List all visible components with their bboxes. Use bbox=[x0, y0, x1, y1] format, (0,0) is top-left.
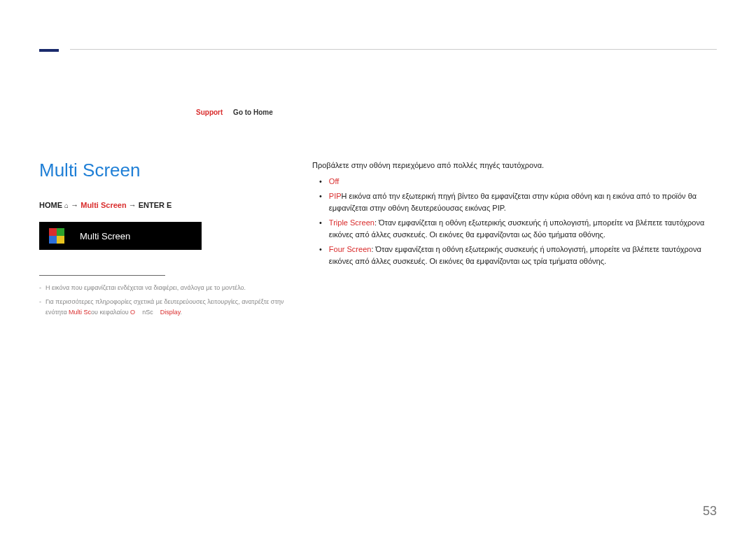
path-multi-screen: Multi Screen bbox=[80, 201, 126, 209]
menu-item-label: Multi Screen bbox=[80, 231, 130, 241]
footnote-divider bbox=[39, 275, 165, 276]
option-pip: PIPΗ εικόνα από την εξωτερική πηγή βίντε… bbox=[319, 190, 717, 214]
page-title: Multi Screen bbox=[39, 160, 298, 181]
option-off: Off bbox=[319, 176, 717, 188]
option-four: Four Screen: Όταν εμφανίζεται η οθόνη εξ… bbox=[319, 244, 717, 267]
page-number: 53 bbox=[703, 504, 717, 519]
path-arrow: → bbox=[71, 201, 78, 209]
path-enter: ENTER bbox=[139, 201, 164, 209]
footnote-2: - Για περισσότερες πληροφορίες σχετικά μ… bbox=[39, 297, 298, 317]
intro-text: Προβάλετε στην οθόνη περιεχόμενο από πολ… bbox=[312, 160, 717, 171]
multi-screen-icon bbox=[49, 228, 64, 244]
footnote-1: - Η εικόνα που εμφανίζεται ενδέχεται να … bbox=[39, 283, 298, 293]
nav-support[interactable]: Support bbox=[196, 108, 223, 116]
menu-item-multi-screen: Multi Screen bbox=[39, 222, 202, 250]
home-icon: ⌂ bbox=[64, 202, 69, 209]
path-home: HOME bbox=[39, 201, 62, 209]
enter-icon: E bbox=[167, 201, 172, 209]
option-triple: Triple Screen: Όταν εμφανίζεται η οθόνη … bbox=[319, 217, 717, 241]
header-divider bbox=[70, 49, 717, 50]
breadcrumb: Support Go to Home bbox=[196, 108, 273, 116]
nav-go-home[interactable]: Go to Home bbox=[233, 108, 273, 116]
accent-rule bbox=[39, 49, 59, 52]
path-arrow-2: → bbox=[129, 201, 136, 209]
menu-path: HOME ⌂ → Multi Screen → ENTER E bbox=[39, 201, 298, 209]
